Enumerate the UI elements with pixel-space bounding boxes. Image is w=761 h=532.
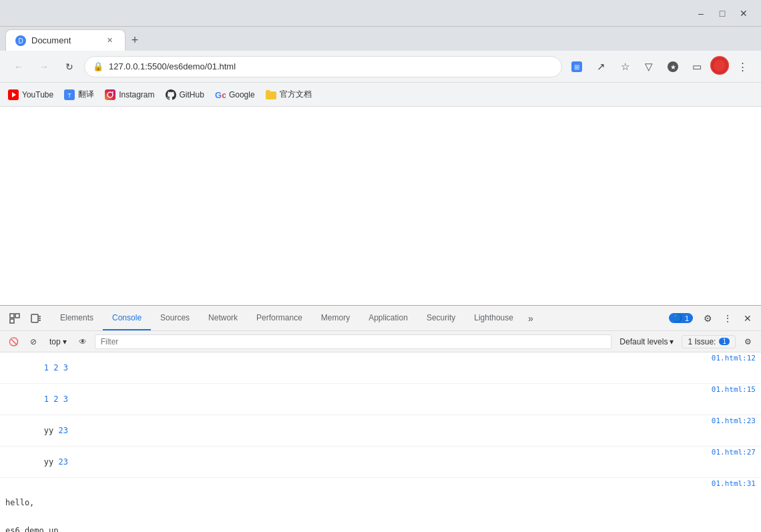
svg-rect-14 xyxy=(10,314,14,318)
bookmark-github-label: GitHub xyxy=(180,90,204,99)
console-line: yy 23 01.html:23 xyxy=(0,415,761,447)
devtools-left-icons xyxy=(0,309,51,328)
console-line: 1 2 3 01.html:12 xyxy=(0,352,761,384)
minimize-button[interactable]: – xyxy=(692,4,710,23)
devtools-more-icon[interactable]: ⋮ xyxy=(718,309,737,328)
tab-network[interactable]: Network xyxy=(199,306,247,330)
devtools-toolbar: Elements Console Sources Network Perform… xyxy=(0,306,761,331)
tab-memory[interactable]: Memory xyxy=(312,306,359,330)
bookmark-translate-label: 翻译 xyxy=(78,89,94,100)
bookmark-github[interactable]: GitHub xyxy=(166,89,204,100)
console-line: 1 2 3 01.html:15 xyxy=(0,384,761,415)
console-settings-icon[interactable]: ⚙ xyxy=(740,334,756,350)
console-text: yy 23 xyxy=(5,448,706,476)
sidebar-icon[interactable]: ▭ xyxy=(686,56,708,77)
extension2-icon[interactable]: ★ xyxy=(662,56,684,77)
translate-icon[interactable]: ⊞ xyxy=(566,56,587,77)
main-content xyxy=(0,107,761,305)
svg-text:★: ★ xyxy=(670,63,676,71)
window-controls: – □ ✕ xyxy=(692,4,753,23)
devtools-tabs: Elements Console Sources Network Perform… xyxy=(51,306,665,330)
share-icon[interactable]: ↗ xyxy=(590,56,611,77)
bookmark-google[interactable]: Google Google xyxy=(215,89,255,100)
context-label: top xyxy=(49,337,61,346)
tab-elements[interactable]: Elements xyxy=(51,306,103,330)
svg-rect-10 xyxy=(105,89,115,100)
context-selector[interactable]: top ▾ xyxy=(45,336,71,348)
console-text-line: hello, xyxy=(5,498,706,507)
svg-text:D: D xyxy=(18,37,23,45)
issues-count-display[interactable]: 1 Issue: 1 xyxy=(682,335,736,348)
tab-lighthouse[interactable]: Lighthouse xyxy=(465,306,523,330)
source-link[interactable]: 01.html:15 xyxy=(706,385,756,394)
forward-button[interactable]: → xyxy=(33,56,55,77)
tab-sources[interactable]: Sources xyxy=(151,306,199,330)
svg-text:Google: Google xyxy=(215,90,226,100)
devtools-close-icon[interactable]: ✕ xyxy=(738,309,757,328)
svg-text:T: T xyxy=(67,92,71,99)
issues-badge[interactable]: 🔵 1 xyxy=(669,313,693,323)
devtools-settings-icon[interactable]: ⚙ xyxy=(698,309,717,328)
security-icon: 🔒 xyxy=(93,61,103,71)
console-text: yy 23 xyxy=(5,417,706,445)
source-link[interactable]: 01.html:31 xyxy=(706,479,756,488)
back-button[interactable]: ← xyxy=(8,56,29,77)
inspect-element-icon[interactable] xyxy=(5,309,24,328)
tab-title: Document xyxy=(31,35,98,45)
bookmark-star-icon[interactable]: ☆ xyxy=(614,56,636,77)
device-toolbar-icon[interactable] xyxy=(27,309,45,328)
instagram-icon xyxy=(105,89,115,100)
maximize-button[interactable]: □ xyxy=(713,4,732,23)
new-tab-button[interactable]: + xyxy=(125,31,144,49)
bookmark-youtube[interactable]: YouTube xyxy=(8,89,53,100)
svg-rect-17 xyxy=(31,314,38,322)
address-bar: ← → ↻ 🔒 127.0.0.1:5500/es6demo/01.html ⊞… xyxy=(0,51,761,83)
tab-performance[interactable]: Performance xyxy=(247,306,312,330)
context-dropdown-arrow: ▾ xyxy=(63,337,67,346)
url-bar[interactable]: 🔒 127.0.0.1:5500/es6demo/01.html xyxy=(84,56,562,77)
bookmark-guanfang[interactable]: 官方文档 xyxy=(266,89,312,100)
bookmark-translate[interactable]: T 翻译 xyxy=(64,89,94,100)
url-text: 127.0.0.1:5500/es6demo/01.html xyxy=(109,61,553,71)
profile-icon[interactable] xyxy=(710,56,729,75)
bookmark-google-label: Google xyxy=(229,90,255,99)
issues-badge-count: 1 xyxy=(685,314,689,322)
reload-button[interactable]: ↻ xyxy=(59,56,80,77)
no-errors-icon[interactable]: ⊘ xyxy=(25,334,41,350)
num-2: 2 xyxy=(53,363,58,372)
extension1-icon[interactable]: ▽ xyxy=(638,56,660,77)
source-link[interactable]: 01.html:27 xyxy=(706,448,756,457)
issues-count-badge: 1 xyxy=(719,338,730,345)
clear-console-icon[interactable]: 🚫 xyxy=(5,334,21,350)
source-link[interactable]: 01.html:23 xyxy=(706,417,756,425)
bookmark-youtube-label: YouTube xyxy=(22,90,53,99)
bookmark-instagram[interactable]: Instagram xyxy=(105,89,154,100)
issues-text: 1 Issue: xyxy=(688,337,716,346)
default-levels-label: Default levels xyxy=(619,337,668,346)
num-3: 3 xyxy=(63,363,68,372)
filter-input[interactable] xyxy=(95,334,612,349)
console-text: 1 2 3 xyxy=(5,385,706,413)
translate-bm-icon: T xyxy=(64,89,75,100)
menu-icon[interactable]: ⋮ xyxy=(732,56,753,77)
more-tabs-button[interactable]: » xyxy=(523,306,539,330)
eye-icon[interactable]: 👁 xyxy=(75,334,91,350)
tab-bar: D Document ✕ + xyxy=(0,27,761,51)
svg-point-12 xyxy=(112,91,113,93)
svg-text:⊞: ⊞ xyxy=(574,63,579,71)
close-tab-button[interactable]: ✕ xyxy=(103,35,115,47)
bookmark-guanfang-label: 官方文档 xyxy=(280,89,312,100)
youtube-icon xyxy=(8,89,19,100)
close-button[interactable]: ✕ xyxy=(734,4,753,23)
tab-console[interactable]: Console xyxy=(103,306,151,330)
tab-security[interactable]: Security xyxy=(417,306,465,330)
default-levels-dropdown[interactable]: Default levels ▾ xyxy=(615,336,678,348)
default-levels-arrow: ▾ xyxy=(670,337,674,346)
active-tab[interactable]: D Document ✕ xyxy=(5,29,125,51)
source-link[interactable]: 01.html:12 xyxy=(706,354,756,362)
window-chrome: – □ ✕ xyxy=(0,0,761,27)
console-text-line: es6 demo up xyxy=(5,526,706,532)
github-icon xyxy=(166,89,176,100)
tab-application[interactable]: Application xyxy=(359,306,417,330)
console-line: hello, es6 demo up 01.html:31 xyxy=(0,478,761,532)
